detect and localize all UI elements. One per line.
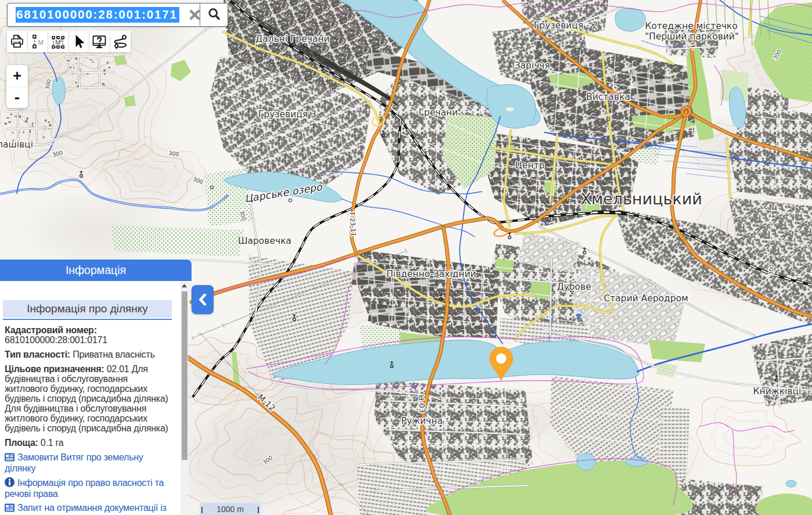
map-application: Дальні ГречаниГрузевиця - 2Котеджне міст… [0,0,812,515]
panel-content: Кадастровий номер:6810100000:28:001:0171… [5,325,173,515]
svg-text:Шаровечка: Шаровечка [238,236,291,246]
svg-text:лашівці: лашівці [0,139,33,150]
panel-title: Інформація [66,264,126,277]
chevron-left-icon [196,292,209,307]
scroll-up-button[interactable] [181,281,188,290]
panel-header[interactable]: Інформація [0,260,192,281]
map-toolbar: M M 2 [7,31,131,52]
search-button[interactable] [200,3,228,26]
link-ownership-info[interactable]: Інформація про право власності та речові… [5,477,173,499]
svg-text:Південно-Західний: Південно-Західний [387,269,477,279]
print-button[interactable] [7,31,28,52]
print-icon [9,34,25,49]
route-icon [112,34,128,50]
collapse-panel-button[interactable] [192,285,214,314]
section-title: Інформація про ділянку [3,300,172,318]
scrollbar-thumb[interactable] [182,291,187,460]
route-button[interactable] [110,31,131,52]
field-purpose: Цільове призначення: 02.01 Для будівницт… [5,364,173,433]
svg-text:Котеджне містечко: Котеджне містечко [645,21,737,31]
cursor-icon [71,34,86,49]
identify-button[interactable] [89,31,110,52]
svg-text:2: 2 [60,38,62,43]
svg-text:Виставка: Виставка [586,92,630,102]
svg-text:Грузевиця 3: Грузевиця 3 [258,109,316,120]
newspaper-icon [5,503,15,514]
panel-scrollbar[interactable] [181,281,188,515]
select-cursor-button[interactable] [69,31,90,52]
link-documentation-request[interactable]: Запит на отримання документації із земле… [5,503,173,515]
measure-area-button[interactable]: M 2 [48,31,69,52]
measure-length-icon: M [30,34,45,49]
svg-text:Старий Аеродром: Старий Аеродром [604,293,688,304]
svg-text:Грузевиця - 2: Грузевиця - 2 [534,20,598,31]
field-area: Площа: 0.1 га [5,438,173,448]
svg-text:Заріччя: Заріччя [514,60,550,71]
svg-text:M: M [38,39,44,46]
search-input[interactable]: 6810100000:28:001:0171 [16,7,179,23]
zoom-in-button[interactable]: + [6,65,28,87]
close-icon [190,10,200,20]
info-panel: Інформація про ділянку Кадастровий номер… [0,281,181,515]
measure-area-icon: M 2 [50,33,67,50]
zoom-control: + - [6,65,28,108]
svg-text:Гречани: Гречани [418,107,458,118]
svg-text:Центр: Центр [515,160,545,171]
search-bar[interactable]: 6810100000:28:001:0171 [7,3,228,27]
svg-text:Н-: Н- [688,42,698,51]
search-icon [207,7,222,22]
svg-text:"Перший парковий": "Перший парковий" [645,31,739,42]
section-underline [3,319,172,320]
measure-length-button[interactable]: M [28,31,49,52]
svg-text:Ружична: Ружична [401,416,442,426]
field-cadastral-number: Кадастровий номер:6810100000:28:001:0171 [5,325,173,345]
identify-icon [91,34,107,50]
svg-text:Дальні Гречани: Дальні Гречани [255,34,330,44]
svg-text:Хмельницький: Хмельницький [580,190,702,208]
scale-bar: 1000 m [200,503,261,515]
svg-text:Книжківці: Книжківці [753,386,802,397]
info-circle-icon [5,477,15,489]
link-order-extract[interactable]: Замовити Витяг про земельну ділянку [5,452,173,473]
svg-text:300: 300 [767,264,775,275]
svg-text:Дубове: Дубове [557,282,591,292]
newspaper-icon [5,453,15,463]
scroll-up-icon [182,284,187,287]
scale-label: 1000 m [200,505,261,514]
field-ownership-type: Тип власності: Приватна власність [5,350,173,359]
zoom-out-button[interactable]: - [6,87,28,109]
